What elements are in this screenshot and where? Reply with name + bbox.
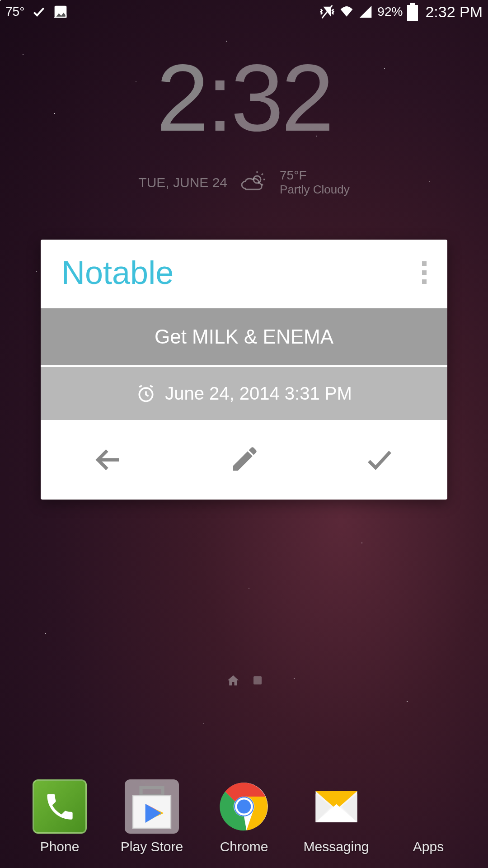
alarm-icon bbox=[136, 384, 156, 404]
dock: Phone Play Store Chrome bbox=[0, 779, 488, 854]
status-bar: 75° 92% 2:32 PM bbox=[0, 0, 488, 24]
back-button[interactable] bbox=[41, 437, 176, 482]
wifi-icon bbox=[339, 5, 354, 19]
edit-button[interactable] bbox=[176, 437, 311, 482]
weather-condition: Partly Cloudy bbox=[280, 183, 350, 197]
apps-grid-icon bbox=[401, 779, 455, 834]
reminder-row[interactable]: June 24, 2014 3:31 PM bbox=[41, 367, 447, 420]
battery-percent: 92% bbox=[377, 5, 403, 19]
dock-apps[interactable]: Apps bbox=[388, 779, 469, 854]
messaging-icon bbox=[310, 781, 362, 833]
check-icon bbox=[364, 444, 395, 476]
vibrate-icon bbox=[319, 4, 335, 19]
play-store-icon bbox=[125, 779, 179, 834]
note-text: Get MILK & ENEMA bbox=[155, 326, 333, 348]
dock-apps-label: Apps bbox=[413, 839, 444, 854]
dock-messaging[interactable]: Messaging bbox=[296, 779, 377, 854]
dock-phone-label: Phone bbox=[40, 839, 80, 854]
phone-icon bbox=[43, 790, 77, 824]
notable-widget: Notable Get MILK & ENEMA June 24, 2014 3… bbox=[41, 240, 447, 500]
note-text-row[interactable]: Get MILK & ENEMA bbox=[41, 308, 447, 365]
battery-icon bbox=[407, 3, 418, 21]
widget-header: Notable bbox=[41, 240, 447, 308]
partly-cloudy-icon bbox=[240, 171, 267, 194]
widget-title: Notable bbox=[61, 254, 174, 291]
weather-temperature: 75°F bbox=[280, 168, 350, 183]
svg-point-19 bbox=[236, 798, 252, 814]
clock-date: TUE, JUNE 24 bbox=[138, 175, 227, 190]
page-indicator[interactable] bbox=[226, 674, 262, 687]
pencil-icon bbox=[230, 445, 258, 474]
home-icon bbox=[226, 674, 240, 687]
chrome-icon bbox=[219, 782, 269, 831]
page-dot bbox=[253, 676, 262, 684]
dock-chrome-label: Chrome bbox=[220, 839, 268, 854]
clock-minute: 32 bbox=[231, 45, 332, 151]
svg-line-6 bbox=[262, 174, 263, 175]
dock-phone[interactable]: Phone bbox=[19, 779, 100, 854]
date-weather-row: TUE, JUNE 24 75°F Partly Cloudy bbox=[0, 168, 488, 197]
clock-time: 2:32 bbox=[0, 51, 488, 146]
signal-icon bbox=[358, 5, 373, 19]
dock-chrome[interactable]: Chrome bbox=[203, 779, 285, 854]
image-icon bbox=[53, 5, 68, 19]
svg-line-9 bbox=[140, 385, 142, 387]
clock-separator: : bbox=[206, 45, 230, 151]
dock-play-store[interactable]: Play Store bbox=[111, 779, 192, 854]
confirm-button[interactable] bbox=[312, 437, 447, 482]
clock-hour: 2 bbox=[156, 45, 207, 151]
svg-line-10 bbox=[150, 385, 153, 387]
checkmark-icon bbox=[32, 5, 46, 19]
dock-messaging-label: Messaging bbox=[303, 839, 369, 854]
arrow-left-icon bbox=[93, 444, 124, 476]
status-temperature: 75° bbox=[5, 5, 24, 19]
reminder-text: June 24, 2014 3:31 PM bbox=[165, 383, 352, 404]
widget-actions bbox=[41, 420, 447, 500]
status-time: 2:32 PM bbox=[425, 3, 483, 21]
dock-play-label: Play Store bbox=[121, 839, 183, 854]
clock-widget[interactable]: 2:32 TUE, JUNE 24 75°F Partly Cloudy bbox=[0, 51, 488, 197]
overflow-menu-icon[interactable] bbox=[422, 261, 427, 284]
